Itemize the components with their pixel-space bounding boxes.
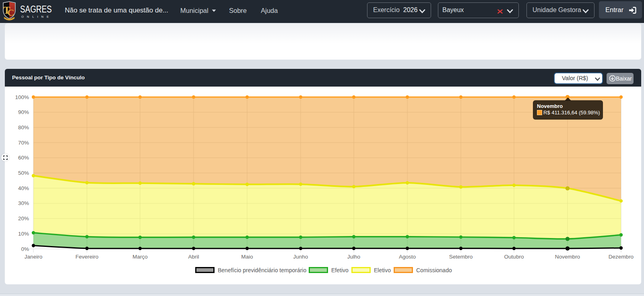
svg-text:10%: 10% — [18, 231, 29, 237]
svg-text:80%: 80% — [18, 124, 29, 130]
svg-text:Fevereiro: Fevereiro — [75, 254, 98, 260]
svg-text:70%: 70% — [18, 140, 29, 146]
svg-text:50%: 50% — [18, 170, 29, 176]
svg-text:Junho: Junho — [293, 254, 308, 260]
svg-text:60%: 60% — [18, 155, 29, 161]
svg-text:Dezembro: Dezembro — [609, 254, 634, 260]
svg-text:Maio: Maio — [241, 254, 253, 260]
svg-text:Janeiro: Janeiro — [25, 254, 42, 260]
svg-text:Outubro: Outubro — [504, 254, 524, 260]
svg-text:20%: 20% — [18, 215, 29, 221]
svg-text:100%: 100% — [15, 94, 29, 100]
svg-text:Novembro: Novembro — [555, 254, 580, 260]
svg-text:90%: 90% — [18, 109, 29, 115]
svg-text:Julho: Julho — [347, 254, 360, 260]
svg-text:40%: 40% — [18, 185, 29, 191]
svg-text:Abril: Abril — [188, 254, 199, 260]
svg-text:30%: 30% — [18, 200, 29, 206]
svg-text:Setembro: Setembro — [449, 254, 473, 260]
svg-text:Março: Março — [132, 254, 148, 260]
svg-text:Agosto: Agosto — [399, 254, 416, 260]
svg-text:0%: 0% — [21, 246, 29, 252]
